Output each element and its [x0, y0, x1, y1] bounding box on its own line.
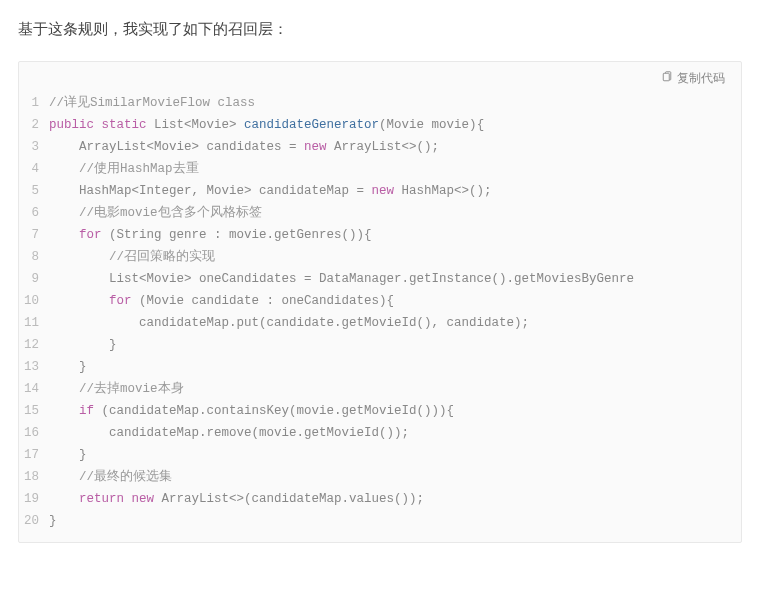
copy-icon	[661, 71, 673, 86]
intro-text: 基于这条规则，我实现了如下的召回层：	[18, 20, 742, 39]
code-line: 14 //去掉movie本身	[19, 378, 741, 400]
line-number: 18	[19, 466, 49, 488]
line-number: 16	[19, 422, 49, 444]
line-number: 8	[19, 246, 49, 268]
line-code: HashMap<Integer, Movie> candidateMap = n…	[49, 180, 741, 202]
line-number: 5	[19, 180, 49, 202]
line-number: 17	[19, 444, 49, 466]
line-number: 2	[19, 114, 49, 136]
code-line: 9 List<Movie> oneCandidates = DataManage…	[19, 268, 741, 290]
line-code: return new ArrayList<>(candidateMap.valu…	[49, 488, 741, 510]
code-line: 3 ArrayList<Movie> candidates = new Arra…	[19, 136, 741, 158]
code-line: 11 candidateMap.put(candidate.getMovieId…	[19, 312, 741, 334]
line-code: ArrayList<Movie> candidates = new ArrayL…	[49, 136, 741, 158]
code-line: 20}	[19, 510, 741, 532]
line-number: 12	[19, 334, 49, 356]
line-number: 7	[19, 224, 49, 246]
code-line: 17 }	[19, 444, 741, 466]
code-line: 18 //最终的候选集	[19, 466, 741, 488]
line-code: }	[49, 510, 741, 532]
line-number: 20	[19, 510, 49, 532]
line-number: 3	[19, 136, 49, 158]
line-code: for (String genre : movie.getGenres()){	[49, 224, 741, 246]
line-code: }	[49, 444, 741, 466]
line-number: 19	[19, 488, 49, 510]
code-line: 15 if (candidateMap.containsKey(movie.ge…	[19, 400, 741, 422]
line-code: //最终的候选集	[49, 466, 741, 488]
line-code: }	[49, 356, 741, 378]
line-code: if (candidateMap.containsKey(movie.getMo…	[49, 400, 741, 422]
code-line: 1//详见SimilarMovieFlow class	[19, 92, 741, 114]
code-line: 5 HashMap<Integer, Movie> candidateMap =…	[19, 180, 741, 202]
line-number: 10	[19, 290, 49, 312]
copy-code-button[interactable]: 复制代码	[661, 70, 725, 87]
code-line: 8 //召回策略的实现	[19, 246, 741, 268]
code-lines: 1//详见SimilarMovieFlow class2public stati…	[19, 92, 741, 532]
line-code: }	[49, 334, 741, 356]
code-line: 16 candidateMap.remove(movie.getMovieId(…	[19, 422, 741, 444]
code-line: 19 return new ArrayList<>(candidateMap.v…	[19, 488, 741, 510]
svg-rect-0	[663, 73, 669, 81]
code-line: 13 }	[19, 356, 741, 378]
line-number: 15	[19, 400, 49, 422]
code-line: 7 for (String genre : movie.getGenres())…	[19, 224, 741, 246]
line-number: 9	[19, 268, 49, 290]
line-number: 13	[19, 356, 49, 378]
line-number: 4	[19, 158, 49, 180]
line-code: //电影movie包含多个风格标签	[49, 202, 741, 224]
line-code: //详见SimilarMovieFlow class	[49, 92, 741, 114]
code-line: 6 //电影movie包含多个风格标签	[19, 202, 741, 224]
code-line: 2public static List<Movie> candidateGene…	[19, 114, 741, 136]
line-code: for (Movie candidate : oneCandidates){	[49, 290, 741, 312]
code-line: 12 }	[19, 334, 741, 356]
code-line: 4 //使用HashMap去重	[19, 158, 741, 180]
copy-code-label: 复制代码	[677, 70, 725, 87]
line-code: //去掉movie本身	[49, 378, 741, 400]
line-code: List<Movie> oneCandidates = DataManager.…	[49, 268, 741, 290]
line-code: candidateMap.put(candidate.getMovieId(),…	[49, 312, 741, 334]
line-code: public static List<Movie> candidateGener…	[49, 114, 741, 136]
line-number: 11	[19, 312, 49, 334]
line-number: 6	[19, 202, 49, 224]
line-code: //使用HashMap去重	[49, 158, 741, 180]
line-code: candidateMap.remove(movie.getMovieId());	[49, 422, 741, 444]
line-number: 1	[19, 92, 49, 114]
code-block: 复制代码 1//详见SimilarMovieFlow class2public …	[18, 61, 742, 543]
line-number: 14	[19, 378, 49, 400]
line-code: //召回策略的实现	[49, 246, 741, 268]
code-line: 10 for (Movie candidate : oneCandidates)…	[19, 290, 741, 312]
